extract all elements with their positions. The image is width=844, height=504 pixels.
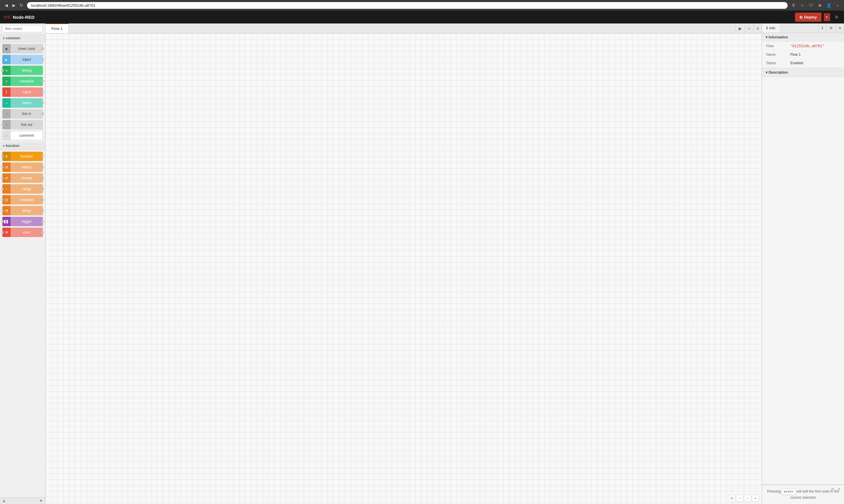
information-table: Flow "8125524b.a8701" Name Flow 1 Status… bbox=[762, 42, 844, 68]
node-comment-label: comment bbox=[11, 133, 42, 138]
node-delay-label: delay bbox=[11, 209, 43, 213]
info-key-status: Status bbox=[763, 59, 786, 67]
deploy-dropdown-button[interactable]: ▾ bbox=[824, 13, 830, 21]
canvas-tab-flow1[interactable]: Flow 1 bbox=[46, 23, 69, 33]
function-nodes-list: f function ⇄ switch ⇄ change bbox=[0, 150, 45, 239]
back-button[interactable]: ◀ bbox=[3, 2, 10, 8]
section-common-label: common bbox=[5, 36, 20, 40]
sidebar-content: ▾ common ■ lower case ▶ inject bbox=[0, 34, 45, 497]
node-change-port-right bbox=[41, 177, 44, 180]
forward-button[interactable]: ▶ bbox=[11, 2, 17, 8]
browser-profile-icon[interactable]: ● bbox=[834, 2, 841, 9]
node-complete[interactable]: ✓ complete bbox=[2, 76, 43, 86]
info-row-flow: Flow "8125524b.a8701" bbox=[763, 42, 843, 50]
node-change[interactable]: ⇄ change bbox=[2, 174, 43, 183]
right-panel-chevron-icon-btn[interactable]: ▾ bbox=[836, 23, 844, 33]
info-section-description-header[interactable]: ▾ Description bbox=[762, 68, 844, 77]
node-switch[interactable]: ⇄ switch bbox=[2, 163, 43, 172]
canvas-zoom-out-button[interactable]: − bbox=[736, 494, 743, 502]
node-link-in[interactable]: → link in bbox=[2, 109, 43, 119]
node-switch-port-left bbox=[1, 166, 4, 169]
info-section-description: ▾ Description bbox=[762, 68, 844, 77]
sidebar-section-common[interactable]: ▾ common bbox=[0, 34, 45, 42]
node-function-label: function bbox=[11, 154, 43, 158]
node-comment[interactable]: ○ comment bbox=[2, 131, 43, 140]
browser-bookmark-icon[interactable]: ☆ bbox=[799, 2, 806, 9]
section-function-label: function bbox=[5, 144, 19, 148]
node-template-port-right bbox=[41, 199, 44, 201]
node-lower-case[interactable]: ■ lower case bbox=[2, 44, 43, 53]
info-value-name: Flow 1 bbox=[787, 51, 843, 59]
node-exec-port-left bbox=[1, 231, 4, 234]
info-row-name: Name Flow 1 bbox=[763, 51, 843, 59]
browser-extension-icon[interactable]: ⊕ bbox=[816, 2, 824, 9]
node-exec[interactable]: ⚙ exec bbox=[2, 228, 43, 237]
sidebar-scroll-up[interactable]: ▲ bbox=[2, 499, 6, 503]
canvas-play-button[interactable]: ▶ bbox=[735, 24, 745, 33]
info-value-flow: "8125524b.a8701" bbox=[787, 42, 843, 50]
footer-refresh-button[interactable]: ↺ bbox=[829, 486, 836, 492]
sidebar-filter bbox=[0, 23, 45, 34]
node-trigger[interactable]: ▋▋ trigger bbox=[2, 217, 43, 226]
canvas-add-tab-button[interactable]: + bbox=[745, 24, 753, 33]
address-bar[interactable] bbox=[27, 2, 788, 9]
node-status[interactable]: ~ status bbox=[2, 98, 43, 108]
node-link-out-port-left bbox=[1, 124, 4, 126]
node-trigger-label: trigger bbox=[11, 219, 43, 223]
canvas-list-button[interactable]: ≡ bbox=[753, 24, 762, 33]
node-link-out[interactable]: → link out bbox=[2, 120, 43, 129]
canvas-zoom-reset-button[interactable]: ○ bbox=[744, 494, 751, 502]
canvas-zoom-in-button[interactable]: + bbox=[752, 494, 759, 502]
app-logo: ≡≡ Node-RED bbox=[3, 14, 35, 20]
right-tab-icons: ℹ ⚙ ▾ bbox=[819, 23, 844, 33]
node-delay[interactable]: ◔ delay bbox=[2, 206, 43, 215]
node-catch-label: catch bbox=[11, 90, 43, 94]
node-change-port-left bbox=[1, 177, 4, 180]
canvas-fit-button[interactable]: ⊡ bbox=[728, 494, 735, 502]
footer-close-button[interactable]: ✕ bbox=[836, 486, 842, 492]
info-value-status: Enabled bbox=[787, 59, 843, 67]
node-debug-label: debug bbox=[11, 68, 43, 72]
footer-action-buttons: ↺ ✕ bbox=[829, 486, 842, 492]
sidebar-section-function[interactable]: ▾ function bbox=[0, 142, 45, 150]
right-panel-settings-icon-btn[interactable]: ⚙ bbox=[826, 23, 836, 33]
info-tab-label: info bbox=[769, 26, 775, 30]
footer-hint-prefix: Pressing bbox=[767, 489, 782, 493]
function-chevron-icon: ▾ bbox=[3, 144, 4, 147]
info-row-status: Status Enabled bbox=[763, 59, 843, 67]
filter-nodes-input[interactable] bbox=[2, 25, 43, 32]
node-inject[interactable]: ▶ inject bbox=[2, 55, 43, 64]
node-function[interactable]: f function bbox=[2, 152, 43, 161]
sidebar-scroll-down[interactable]: ▼ bbox=[39, 499, 43, 503]
browser-shield-icon[interactable]: 🛡 bbox=[808, 2, 815, 9]
enter-kbd: enter bbox=[782, 488, 795, 495]
node-catch[interactable]: ! catch bbox=[2, 87, 43, 97]
deploy-button[interactable]: ⎋ Deploy bbox=[795, 13, 821, 22]
node-range-port-left bbox=[1, 188, 4, 191]
node-lower-case-label: lower case bbox=[11, 47, 43, 51]
sidebar-scroll-controls: ▲ ▼ bbox=[0, 497, 45, 504]
right-tab-info[interactable]: ℹ info bbox=[762, 23, 779, 33]
info-section-information-header[interactable]: ▾ Information bbox=[762, 33, 844, 42]
node-catch-port-right bbox=[41, 91, 44, 94]
node-template[interactable]: {} template bbox=[2, 195, 43, 204]
node-delay-port-right bbox=[41, 210, 44, 212]
hamburger-button[interactable]: ≡ bbox=[832, 13, 841, 21]
node-template-port-left bbox=[1, 199, 4, 201]
canvas-grid[interactable]: ⊡ − ○ + bbox=[46, 33, 762, 504]
right-panel-footer-wrapper: ↺ ✕ Pressing enter will edit the first n… bbox=[762, 484, 844, 504]
main-layout: ▾ common ■ lower case ▶ inject bbox=[0, 23, 844, 504]
node-debug[interactable]: ≡ debug bbox=[2, 66, 43, 75]
node-function-port-right bbox=[41, 155, 44, 158]
browser-account-icon[interactable]: 👤 bbox=[825, 2, 832, 9]
deploy-label: Deploy bbox=[804, 15, 817, 19]
deploy-icon: ⎋ bbox=[800, 15, 802, 20]
node-range-port-right bbox=[41, 188, 44, 191]
right-panel-info-icon-btn[interactable]: ℹ bbox=[819, 23, 826, 33]
node-delay-port-left bbox=[1, 210, 4, 212]
node-range[interactable]: ↕ range bbox=[2, 184, 43, 194]
browser-search-icon[interactable]: ⚲ bbox=[790, 2, 797, 9]
reload-button[interactable]: ↻ bbox=[18, 2, 25, 8]
node-status-icon: ~ bbox=[2, 98, 11, 108]
node-lower-case-icon: ■ bbox=[2, 44, 11, 53]
